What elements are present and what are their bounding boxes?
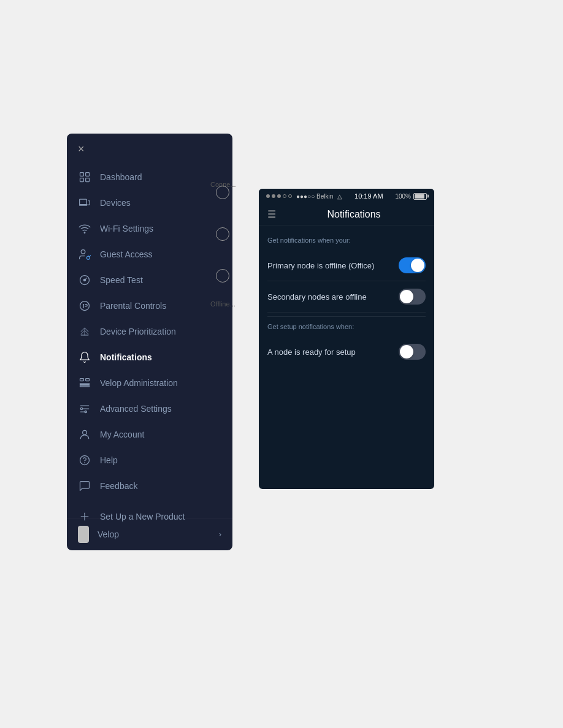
svg-point-21 xyxy=(83,430,87,434)
sidebar-label-devices: Devices xyxy=(100,198,131,208)
sidebar-item-guest[interactable]: Guest Access xyxy=(67,241,232,267)
toggle-secondary-nodes[interactable] xyxy=(399,289,426,305)
sidebar-label-priority: Device Prioritization xyxy=(100,327,176,336)
svg-rect-2 xyxy=(80,178,84,182)
toggle-row-secondary: Secondary nodes are offline xyxy=(267,281,426,313)
toggle-label-primary: Primary node is offline (Office) xyxy=(267,261,374,270)
wifi-status-icon: △ xyxy=(337,193,342,200)
bell-icon xyxy=(78,351,91,364)
section-divider xyxy=(267,316,426,317)
sidebar: × Dashboard Devices Wi-Fi Settings xyxy=(67,134,232,550)
circle-indicators xyxy=(216,186,229,311)
sidebar-label-dashboard: Dashboard xyxy=(100,172,142,182)
sidebar-item-devices[interactable]: Devices xyxy=(67,190,232,216)
section1-label: Get notifications when your: xyxy=(267,237,426,244)
sidebar-item-wifi[interactable]: Wi-Fi Settings xyxy=(67,216,232,241)
sidebar-label-help: Help xyxy=(100,455,118,465)
velop-device-icon xyxy=(78,526,89,543)
sidebar-nav: Dashboard Devices Wi-Fi Settings Guest A… xyxy=(67,164,232,529)
advanced-settings-icon xyxy=(78,402,91,415)
toggle-label-secondary: Secondary nodes are offline xyxy=(267,292,367,301)
guest-icon xyxy=(78,248,91,261)
section2-label: Get setup notifications when: xyxy=(267,323,426,330)
sidebar-item-velop[interactable]: Velop › xyxy=(67,518,232,550)
toggle-node-setup[interactable] xyxy=(399,344,426,360)
status-time: 10:19 AM xyxy=(354,192,383,200)
toggle-label-setup: A node is ready for setup xyxy=(267,347,356,357)
sidebar-label-admin: Velop Administration xyxy=(100,378,178,388)
admin-icon xyxy=(78,376,91,390)
sidebar-item-advanced[interactable]: Advanced Settings xyxy=(67,396,232,422)
sidebar-item-priority[interactable]: Device Prioritization xyxy=(67,319,232,344)
svg-point-22 xyxy=(80,456,90,465)
status-bar-left: ●●●○○ Belkin △ xyxy=(266,193,342,200)
svg-point-10 xyxy=(80,301,90,311)
sidebar-label-guest: Guest Access xyxy=(100,249,153,259)
phone-mockup: ●●●○○ Belkin △ 10:19 AM 100% ☰ Notificat… xyxy=(259,189,434,489)
toggle-row-setup: A node is ready for setup xyxy=(267,336,426,367)
sidebar-label-account: My Account xyxy=(100,430,144,439)
carrier-label: ●●●○○ Belkin xyxy=(296,193,333,200)
phone-header: ☰ Notifications xyxy=(259,203,434,226)
parental-icon xyxy=(78,299,91,313)
svg-rect-3 xyxy=(86,178,90,182)
toggle-row-primary: Primary node is offline (Office) xyxy=(267,250,426,281)
circle-1 xyxy=(216,186,229,199)
sidebar-label-feedback: Feedback xyxy=(100,481,137,491)
sidebar-label-wifi: Wi-Fi Settings xyxy=(100,224,153,233)
sidebar-item-parental[interactable]: Parental Controls xyxy=(67,293,232,319)
battery-icon xyxy=(413,193,427,200)
chevron-right-icon: › xyxy=(219,530,221,539)
sidebar-item-help[interactable]: Help xyxy=(67,447,232,473)
devices-icon xyxy=(78,196,91,210)
svg-rect-0 xyxy=(80,173,84,176)
phone-page-title: Notifications xyxy=(282,209,426,220)
svg-point-19 xyxy=(80,408,82,409)
sidebar-label-speedtest: Speed Test xyxy=(100,275,143,285)
circle-2 xyxy=(216,227,229,241)
help-icon xyxy=(78,453,91,467)
sidebar-label-parental: Parental Controls xyxy=(100,301,166,311)
wifi-icon xyxy=(78,222,91,235)
dashboard-icon xyxy=(78,170,91,184)
speedtest-icon xyxy=(78,273,91,287)
svg-point-5 xyxy=(84,232,85,233)
svg-point-6 xyxy=(81,250,85,254)
svg-rect-15 xyxy=(80,385,90,387)
sidebar-item-notifications[interactable]: Notifications xyxy=(67,344,232,370)
svg-rect-14 xyxy=(80,384,90,385)
hamburger-icon[interactable]: ☰ xyxy=(267,208,276,220)
phone-status-bar: ●●●○○ Belkin △ 10:19 AM 100% xyxy=(259,189,434,203)
status-bar-right: 100% xyxy=(395,193,427,200)
toggle-primary-node[interactable] xyxy=(399,257,426,273)
sidebar-item-speedtest[interactable]: Speed Test xyxy=(67,267,232,293)
account-icon xyxy=(78,428,91,441)
feedback-icon xyxy=(78,479,91,493)
close-button[interactable]: × xyxy=(78,143,85,156)
sidebar-label-advanced: Advanced Settings xyxy=(100,404,172,414)
svg-point-9 xyxy=(83,279,85,281)
sidebar-item-admin[interactable]: Velop Administration xyxy=(67,370,232,396)
svg-rect-4 xyxy=(80,199,87,204)
circle-3 xyxy=(216,269,229,282)
sidebar-item-dashboard[interactable]: Dashboard xyxy=(67,164,232,190)
svg-rect-1 xyxy=(86,173,90,176)
svg-point-7 xyxy=(86,256,90,259)
priority-icon xyxy=(78,325,91,338)
sidebar-header: × xyxy=(67,134,232,164)
battery-percent: 100% xyxy=(395,193,411,200)
svg-rect-12 xyxy=(80,379,84,381)
sidebar-label-notifications: Notifications xyxy=(100,352,152,362)
phone-content: Get notifications when your: Primary nod… xyxy=(259,226,434,376)
sidebar-item-account[interactable]: My Account xyxy=(67,422,232,447)
svg-rect-13 xyxy=(86,379,90,381)
sidebar-item-feedback[interactable]: Feedback xyxy=(67,473,232,499)
sidebar-label-velop: Velop xyxy=(98,529,119,539)
